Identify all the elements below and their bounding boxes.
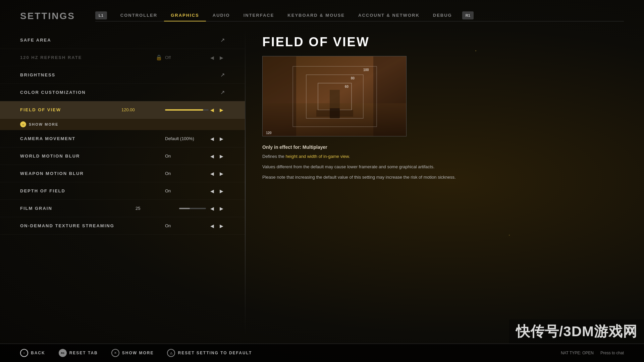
arrow-left-depth-field[interactable]: ◀	[209, 188, 215, 194]
page-title: SETTINGS	[20, 11, 75, 21]
arrow-right-weapon-blur[interactable]: ▶	[218, 170, 225, 177]
setting-value-depth-field: On	[165, 188, 205, 193]
setting-row-brightness[interactable]: BRIGHTNESS ↗	[0, 66, 245, 84]
tab-interface[interactable]: INTERFACE	[237, 9, 281, 21]
setting-label-film-grain: FILM GRAIN	[20, 206, 136, 211]
setting-label-camera-movement: CAMERA MOVEMENT	[20, 136, 165, 141]
show-more-row[interactable]: ○ SHOW MORE	[0, 119, 245, 130]
svg-text:120: 120	[266, 131, 272, 135]
reset-tab-button[interactable]: R3 RESET TAB	[59, 349, 98, 357]
arrow-left-camera[interactable]: ◀	[209, 135, 215, 142]
slider-fill-film-grain	[179, 208, 190, 209]
setting-row-weapon-blur[interactable]: WEAPON MOTION BLUR On ◀ ▶	[0, 165, 245, 182]
arrow-right-depth-field[interactable]: ▶	[218, 188, 225, 194]
arrow-right-refresh-rate[interactable]: ▶	[218, 54, 225, 61]
watermark: 快传号/3DM游戏网	[509, 319, 644, 344]
setting-row-depth-field[interactable]: DEPTH OF FIELD On ◀ ▶	[0, 182, 245, 200]
svg-rect-2	[263, 56, 296, 136]
press-to-chat-text: Press to chat	[600, 351, 624, 355]
tab-l1[interactable]: L1	[95, 11, 107, 19]
svg-rect-11	[330, 90, 340, 110]
info-effect-label: Only in effect for: Multiplayer	[262, 144, 624, 150]
svg-text:100: 100	[363, 68, 369, 72]
info-panel: FIELD OF VIEW	[246, 28, 644, 337]
tab-r1[interactable]: R1	[462, 11, 474, 19]
reset-default-icon: △	[167, 349, 175, 357]
show-more-button[interactable]: ✕ SHOW MORE	[111, 349, 154, 357]
particle	[274, 168, 275, 169]
svg-text:60: 60	[345, 85, 349, 88]
setting-row-film-grain[interactable]: FILM GRAIN 25 ◀ ▶	[0, 200, 245, 217]
setting-value-field-of-view: 120.00	[121, 107, 162, 112]
setting-value-world-blur: On	[165, 154, 205, 159]
slider-track-film-grain[interactable]	[179, 208, 206, 209]
arrow-left-texture[interactable]: ◀	[209, 223, 215, 229]
show-more-icon: ○	[20, 121, 26, 127]
setting-label-depth-field: DEPTH OF FIELD	[20, 188, 165, 193]
external-link-icon-brightness[interactable]: ↗	[220, 72, 225, 78]
info-description-2: Values different from the default may ca…	[262, 164, 624, 171]
reset-tab-icon: R3	[59, 349, 67, 357]
particle	[475, 50, 476, 51]
setting-row-safe-area[interactable]: SAFE AREA ↗	[0, 32, 245, 49]
fov-preview-inner: 60 80 100 120	[263, 56, 406, 136]
arrow-left-film-grain[interactable]: ◀	[209, 205, 215, 212]
setting-label-texture-streaming: ON-DEMAND TEXTURE STREAMING	[20, 223, 165, 228]
arrow-right-film-grain[interactable]: ▶	[218, 205, 225, 212]
info-desc1-post: .	[349, 154, 350, 159]
setting-row-color-customization[interactable]: COLOR CUSTOMIZATION ↗	[0, 84, 245, 101]
setting-row-field-of-view[interactable]: FIELD OF VIEW 120.00 ◀ ▶	[0, 101, 245, 119]
bottom-bar: ○ BACK R3 RESET TAB ✕ SHOW MORE △ RESET …	[0, 344, 644, 362]
tab-keyboard-mouse[interactable]: KEYBOARD & MOUSE	[281, 9, 352, 21]
back-icon: ○	[20, 349, 28, 357]
setting-value-weapon-blur: On	[165, 171, 205, 176]
setting-row-refresh-rate: 120 HZ REFRESH RATE 🔒 Off ◀ ▶	[0, 49, 245, 66]
setting-row-texture-streaming[interactable]: ON-DEMAND TEXTURE STREAMING On ◀ ▶	[0, 217, 245, 235]
setting-label-weapon-blur: WEAPON MOTION BLUR	[20, 171, 165, 176]
arrow-left-refresh-rate[interactable]: ◀	[209, 54, 215, 61]
reset-default-button[interactable]: △ RESET SETTING TO DEFAULT	[167, 349, 252, 357]
external-link-icon-color[interactable]: ↗	[220, 89, 225, 96]
arrow-left-fov[interactable]: ◀	[209, 107, 215, 113]
external-link-icon-safe-area[interactable]: ↗	[220, 37, 225, 43]
arrow-right-camera[interactable]: ▶	[218, 135, 225, 142]
show-more-btn-icon: ✕	[111, 349, 119, 357]
tab-controller[interactable]: CONTROLLER	[114, 9, 164, 21]
setting-label-brightness: BRIGHTNESS	[20, 72, 220, 77]
slider-track-fov[interactable]	[165, 109, 209, 111]
arrow-left-weapon-blur[interactable]: ◀	[209, 170, 215, 177]
arrow-left-world-blur[interactable]: ◀	[209, 153, 215, 160]
tab-graphics[interactable]: GRAPHICS	[164, 9, 206, 21]
nat-type-text: NAT TYPE: OPEN	[561, 351, 594, 355]
arrow-right-fov[interactable]: ▶	[218, 107, 225, 113]
setting-label-safe-area: SAFE AREA	[20, 38, 220, 43]
info-description-1: Defines the height and width of in-game …	[262, 153, 624, 160]
setting-label-world-blur: WORLD MOTION BLUR	[20, 154, 165, 159]
svg-rect-13	[330, 108, 340, 118]
info-title: FIELD OF VIEW	[262, 35, 624, 49]
lock-icon: 🔒	[156, 54, 162, 61]
setting-row-camera-movement[interactable]: CAMERA MOVEMENT Default (100%) ◀ ▶	[0, 130, 245, 147]
setting-value-film-grain: 25	[136, 206, 176, 211]
setting-row-world-blur[interactable]: WORLD MOTION BLUR On ◀ ▶	[0, 147, 245, 165]
info-description-3: Please note that increasing the default …	[262, 174, 624, 181]
back-label: BACK	[31, 351, 45, 355]
tab-debug[interactable]: DEBUG	[426, 9, 459, 21]
tab-audio[interactable]: AUDIO	[206, 9, 237, 21]
page-wrapper: SETTINGS L1 CONTROLLER GRAPHICS AUDIO IN…	[0, 0, 644, 362]
setting-value-camera-movement: Default (100%)	[165, 136, 205, 141]
setting-value-refresh-rate: Off	[165, 55, 205, 60]
arrow-right-texture[interactable]: ▶	[218, 223, 225, 229]
fov-preview: 60 80 100 120	[262, 56, 407, 136]
main-content: SAFE AREA ↗ 120 HZ REFRESH RATE 🔒 Off ◀ …	[0, 28, 644, 337]
show-more-label: SHOW MORE	[29, 122, 58, 126]
show-more-btn-label: SHOW MORE	[122, 351, 154, 355]
arrow-right-world-blur[interactable]: ▶	[218, 153, 225, 160]
setting-value-texture-streaming: On	[165, 223, 205, 228]
back-button[interactable]: ○ BACK	[20, 349, 45, 357]
header: SETTINGS L1 CONTROLLER GRAPHICS AUDIO IN…	[0, 0, 644, 21]
particle	[509, 235, 510, 236]
tab-account-network[interactable]: ACCOUNT & NETWORK	[352, 9, 426, 21]
reset-tab-label: RESET TAB	[69, 351, 98, 355]
info-desc1-highlight: height and width of in-game view	[285, 154, 349, 159]
